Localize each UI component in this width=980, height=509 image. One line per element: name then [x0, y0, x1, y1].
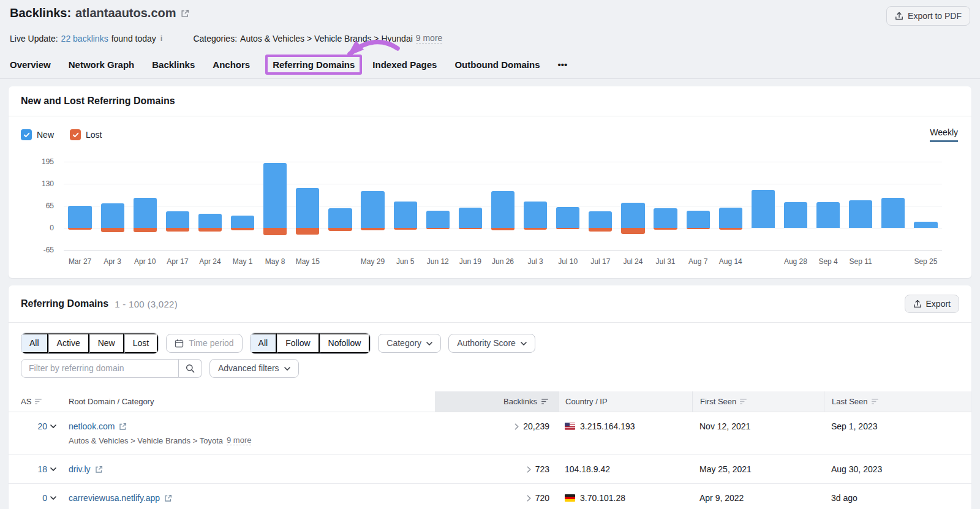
status-filter-active[interactable]: Active: [48, 333, 89, 353]
info-icon[interactable]: i: [159, 34, 164, 43]
tab-more[interactable]: •••: [558, 59, 568, 70]
sort-icon: [35, 398, 43, 405]
chevron-right-icon[interactable]: [514, 423, 519, 430]
x-tick-label: [877, 257, 910, 266]
tab-referring-domains[interactable]: Referring Domains: [273, 59, 355, 70]
search-button[interactable]: [179, 359, 202, 378]
bar-mar-27[interactable]: [64, 162, 96, 250]
external-link-icon[interactable]: [95, 466, 103, 473]
follow-filter-all[interactable]: All: [251, 333, 277, 353]
bar-may-29[interactable]: [356, 162, 389, 250]
bar-sep-4[interactable]: [812, 162, 845, 250]
domain-link[interactable]: carreviewusa.netlify.app: [69, 493, 160, 503]
chart-x-axis: Mar 27Apr 3Apr 10Apr 17Apr 24May 1May 8M…: [64, 257, 942, 278]
bar-jun-12[interactable]: [421, 162, 454, 250]
bar-aug-28[interactable]: [779, 162, 812, 250]
category-more-link[interactable]: 9 more: [227, 435, 251, 445]
column-header-first-seen[interactable]: First Seen: [692, 391, 824, 412]
bar-jun-26[interactable]: [486, 162, 519, 250]
authority-score-value[interactable]: 18: [37, 464, 47, 474]
column-header-backlinks[interactable]: Backlinks: [435, 391, 559, 412]
bar-may-8[interactable]: [259, 162, 292, 250]
bar-sep-25[interactable]: [910, 162, 942, 250]
bar-may-1[interactable]: [227, 162, 259, 250]
x-tick-label: May 8: [259, 257, 292, 266]
tab-network-graph[interactable]: Network Graph: [69, 59, 135, 70]
export-to-pdf-button[interactable]: Export to PDF: [886, 6, 970, 26]
legend-new-checkbox[interactable]: New: [21, 129, 54, 140]
bar-may-22[interactable]: [324, 162, 356, 250]
chevron-right-icon[interactable]: [527, 466, 531, 473]
bar-aug-7[interactable]: [682, 162, 714, 250]
root-domain-header-label: Root Domain / Category: [69, 397, 154, 406]
follow-filter-nofollow[interactable]: Nofollow: [320, 333, 371, 353]
weekly-toggle[interactable]: Weekly: [930, 127, 958, 142]
backlinks-count: 723: [535, 464, 549, 474]
bar-may-15[interactable]: [292, 162, 324, 250]
authority-score-value[interactable]: 0: [42, 493, 47, 503]
categories-more-link[interactable]: 9 more: [416, 33, 443, 43]
lost-bar-segment: [263, 228, 287, 235]
new-bar-segment: [752, 190, 775, 228]
chevron-down-icon[interactable]: [50, 496, 56, 500]
new-bar-segment: [328, 208, 352, 228]
category-dropdown[interactable]: Category: [378, 334, 441, 353]
backlinks-count: 20,239: [523, 421, 549, 431]
bar-aug-21[interactable]: [747, 162, 779, 250]
column-header-last-seen[interactable]: Last Seen: [824, 391, 971, 412]
lost-bar-segment: [524, 228, 547, 230]
authority-score-dropdown[interactable]: Authority Score: [448, 334, 535, 353]
follow-filter-follow[interactable]: Follow: [277, 333, 319, 353]
lost-bar-segment: [296, 228, 319, 235]
bar-jul-31[interactable]: [649, 162, 682, 250]
tab-backlinks[interactable]: Backlinks: [152, 59, 195, 70]
chart-bars: [64, 162, 942, 250]
status-filter-new[interactable]: New: [89, 333, 124, 353]
bar-apr-3[interactable]: [96, 162, 129, 250]
bar-sep-18[interactable]: [877, 162, 910, 250]
tab-overview[interactable]: Overview: [10, 59, 51, 70]
follow-filter: AllFollowNofollow: [250, 333, 371, 354]
bar-sep-11[interactable]: [845, 162, 877, 250]
legend-lost-checkbox[interactable]: Lost: [70, 129, 102, 140]
external-link-icon[interactable]: [181, 9, 189, 18]
column-header-as[interactable]: AS: [9, 391, 69, 412]
bar-jul-17[interactable]: [584, 162, 617, 250]
bar-jun-5[interactable]: [389, 162, 421, 250]
bar-jul-10[interactable]: [552, 162, 584, 250]
x-tick-label: Jun 19: [454, 257, 486, 266]
x-tick-label: [324, 257, 356, 266]
bar-aug-14[interactable]: [714, 162, 747, 250]
table-row-carreviewusa.netlify.app: 0carreviewusa.netlify.app7203.70.101.28A…: [9, 484, 971, 509]
advanced-filters-button[interactable]: Advanced filters: [209, 359, 299, 378]
backlinks-found-link[interactable]: 22 backlinks: [61, 34, 108, 43]
tab-outbound-domains[interactable]: Outbound Domains: [454, 59, 540, 70]
domain-link[interactable]: driv.ly: [69, 464, 91, 474]
chevron-down-icon[interactable]: [50, 467, 56, 471]
subtitle-row: Live Update: 22 backlinks found today i …: [10, 33, 970, 43]
status-filter-lost[interactable]: Lost: [124, 333, 158, 353]
chevron-down-icon[interactable]: [50, 424, 56, 428]
external-link-icon[interactable]: [164, 494, 172, 502]
new-bar-segment: [263, 163, 287, 228]
tab-anchors[interactable]: Anchors: [213, 59, 250, 70]
lost-bar-segment: [589, 228, 612, 232]
bar-apr-10[interactable]: [129, 162, 161, 250]
time-period-button[interactable]: Time period: [166, 334, 242, 353]
tab-indexed-pages[interactable]: Indexed Pages: [372, 59, 437, 70]
bar-jun-19[interactable]: [454, 162, 486, 250]
domain-link[interactable]: netlook.com: [69, 421, 115, 431]
status-filter-all[interactable]: All: [21, 333, 48, 353]
chart-card-title: New and Lost Referring Domains: [21, 96, 175, 107]
authority-score-value[interactable]: 20: [37, 421, 47, 431]
bar-jul-24[interactable]: [617, 162, 649, 250]
bar-apr-17[interactable]: [161, 162, 194, 250]
x-tick-label: Apr 17: [161, 257, 194, 266]
bar-apr-24[interactable]: [194, 162, 226, 250]
chevron-right-icon[interactable]: [527, 495, 531, 502]
export-button[interactable]: Export: [905, 295, 959, 313]
table-body: 20netlook.comAutos & Vehicles > Vehicle …: [9, 412, 971, 509]
external-link-icon[interactable]: [119, 423, 127, 431]
bar-jul-3[interactable]: [519, 162, 552, 250]
search-input[interactable]: [21, 359, 179, 378]
